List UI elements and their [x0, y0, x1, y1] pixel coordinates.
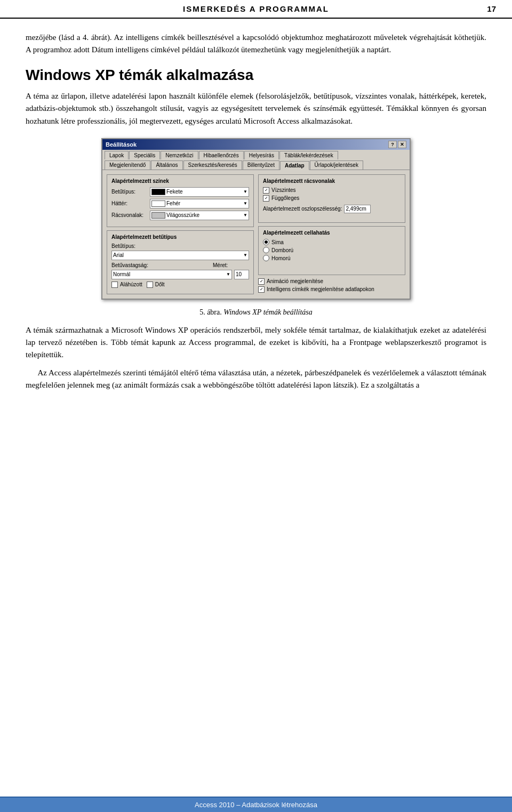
betutipus-dropdown[interactable]: Fekete ▼ [150, 187, 249, 197]
domboro-radio[interactable] [263, 247, 269, 253]
vizszintes-checkbox[interactable]: ✓ [263, 187, 269, 194]
color-box-szurke [151, 212, 165, 219]
tab-specialis[interactable]: Speciális [129, 151, 160, 159]
dolt-checkbox[interactable] [147, 282, 153, 288]
dolt-row: Dőlt [147, 282, 165, 288]
font-name-value: Arial [113, 252, 124, 258]
racsvonalak-label: Rácsvonalak: [111, 212, 148, 218]
hatter-label: Háttér: [111, 200, 148, 206]
page-footer: Access 2010 – Adatbázisok létrehozása [0, 797, 512, 812]
dialog-titlebar: Beállítások ? ✕ [102, 139, 410, 150]
panel-alapertelmezett-racsvonalak: Alapértelmezett rácsvonalak ✓ Vízszintes… [258, 174, 405, 223]
domboro-row: Domború [263, 247, 401, 253]
dialog-body: Alapértelmezett színek Betűtípus: Fekete… [102, 170, 410, 299]
intelligens-label: Intelligens címkék megjelenítése adatlap… [267, 286, 374, 292]
help-button[interactable]: ? [388, 141, 397, 148]
vastagság-arrow: ▼ [226, 272, 230, 277]
figure-caption-num: 5. ábra. [199, 308, 222, 316]
dialog-tabs-row1: Lapok Speciális Nemzetközi Hibaellenőrzé… [102, 150, 410, 159]
hatter-value: Fehér [166, 200, 180, 206]
vastagság-dropdown[interactable]: Normál ▼ [111, 270, 232, 279]
dropdown-arrow: ▼ [243, 189, 247, 194]
betutipus-value: Fekete [166, 189, 183, 195]
dialog-box: Beállítások ? ✕ Lapok Speciális Nemzetkö… [101, 138, 411, 300]
intelligens-checkbox[interactable]: ✓ [258, 286, 265, 293]
panel-alapertelmezett-cellahatas: Alapértelmezett cellahatás Sima Domború [258, 226, 405, 275]
section-title: Windows XP témák alkalmazása [26, 66, 486, 84]
close-button[interactable]: ✕ [398, 141, 406, 148]
sima-radio[interactable] [263, 239, 269, 245]
tab-tablak[interactable]: Táblák/lekérdezések [279, 151, 338, 159]
animacio-label: Animáció megjelenítése [267, 278, 323, 284]
tab-nemzetkozi[interactable]: Nemzetközi [161, 151, 198, 159]
vizszintes-row: ✓ Vízszintes [263, 187, 401, 194]
oszlopszelesseg-row: Alapértelmezett oszlopszélesség: 2,499cm [263, 205, 401, 213]
hatter-dropdown[interactable]: Fehér ▼ [150, 199, 249, 208]
font-row: Arial ▼ [111, 251, 249, 260]
oszlopszelesseg-input[interactable]: 2,499cm [344, 205, 371, 213]
tab-helyesiras[interactable]: Helyesírás [244, 151, 279, 159]
panel-alapertelmezett-betutipus: Alapértelmezett betűtípus Betűtípus: Ari… [107, 230, 254, 294]
page-number: 17 [480, 4, 496, 13]
tab-adatlap[interactable]: Adatlap [280, 161, 309, 170]
fuggoleges-checkbox[interactable]: ✓ [263, 195, 269, 202]
field-hatter: Háttér: Fehér ▼ [111, 199, 249, 208]
homoru-label: Homorú [271, 255, 291, 261]
dialog-panels: Alapértelmezett színek Betűtípus: Fekete… [107, 174, 405, 294]
field-betutipus: Betűtípus: Fekete ▼ [111, 187, 249, 197]
dolt-label: Dőlt [155, 282, 165, 287]
domboro-label: Domború [271, 247, 293, 253]
sima-row: Sima [263, 239, 401, 245]
betutipus2-label-row: Betűtípus: [111, 243, 249, 249]
vastagság-value: Normál [113, 271, 130, 277]
alaHuzott-label: Aláhúzott [120, 282, 142, 287]
tab-altalanos[interactable]: Általános [151, 160, 182, 170]
meret-input[interactable]: 10 [234, 270, 249, 279]
color-box-feher [151, 200, 165, 207]
tab-megjelenitendo[interactable]: Megjelenítendő [105, 160, 150, 170]
alaHuzott-checkbox[interactable] [111, 282, 118, 288]
dialog-title: Beállítások [106, 141, 137, 148]
oszlopszelesseg-label: Alapértelmezett oszlopszélesség: [263, 206, 342, 212]
dialog-tabs-row2: Megjelenítendő Általános Szerkesztés/ker… [102, 159, 410, 170]
betutipus-label: Betűtípus: [111, 189, 148, 195]
tab-urlapok[interactable]: Űrlapok/jelentések [310, 160, 363, 170]
intro-paragraph: mezőjébe (lásd a 4. ábrát). Az intellige… [26, 31, 486, 57]
sima-label: Sima [271, 239, 284, 245]
figure-caption: 5. ábra. Windows XP témák beállítása [26, 308, 486, 317]
page-content: mezőjébe (lásd a 4. ábrát). Az intellige… [0, 19, 512, 409]
tab-billentyu[interactable]: Billentyűzet [243, 160, 279, 170]
meret-value: 10 [236, 271, 242, 277]
fuggoleges-row: ✓ Függőleges [263, 195, 401, 202]
animacio-checkbox[interactable]: ✓ [258, 278, 265, 285]
tab-hibaellenorzes[interactable]: Hibaellenőrzés [199, 151, 244, 159]
font-name-dropdown[interactable]: Arial ▼ [111, 251, 249, 260]
body2-p1: A témák származhatnak a Microsoft Window… [26, 324, 486, 361]
vizszintes-label: Vízszintes [271, 187, 296, 193]
figure-caption-text: Windows XP témák beállítása [223, 308, 313, 316]
dialog-screenshot: Beállítások ? ✕ Lapok Speciális Nemzetkö… [26, 138, 486, 300]
font-dropdown-arrow: ▼ [243, 253, 247, 258]
homoru-radio[interactable] [263, 255, 269, 261]
panel-szinek-title: Alapértelmezett színek [111, 178, 249, 184]
tab-lapok[interactable]: Lapok [105, 151, 129, 159]
section-body1: A téma az űrlapon, illetve adatelérési l… [26, 90, 486, 127]
header-title: ISMERKEDÉS A PROGRAMMAL [32, 4, 480, 13]
betutipus2-label: Betűtípus: [111, 243, 135, 249]
intelligens-row: ✓ Intelligens címkék megjelenítése adatl… [258, 286, 405, 293]
meret-label: Méret: [213, 262, 249, 268]
footer-text: Access 2010 – Adatbázisok létrehozása [195, 801, 317, 809]
page-header: ISMERKEDÉS A PROGRAMMAL 17 [0, 0, 512, 19]
color-box-fekete [151, 189, 165, 195]
animacio-row: ✓ Animáció megjelenítése [258, 278, 405, 285]
body2-p2: Az Access alapértelmezés szerinti témájá… [26, 367, 486, 392]
alaHuzott-row: Aláhúzott [111, 282, 142, 288]
panel-racsvonalak-title: Alapértelmezett rácsvonalak [263, 178, 401, 184]
dropdown-arrow3: ▼ [243, 213, 247, 218]
tab-szerkesztes[interactable]: Szerkesztés/keresés [183, 160, 242, 170]
racsvonalak-value: Világosszürke [166, 212, 199, 218]
racsvonalak-dropdown[interactable]: Világosszürke ▼ [150, 211, 249, 220]
panel-cellahatas-title: Alapértelmezett cellahatás [263, 230, 401, 236]
panel-alapertelmezett-szinek: Alapértelmezett színek Betűtípus: Fekete… [107, 174, 254, 227]
dropdown-arrow2: ▼ [243, 201, 247, 206]
